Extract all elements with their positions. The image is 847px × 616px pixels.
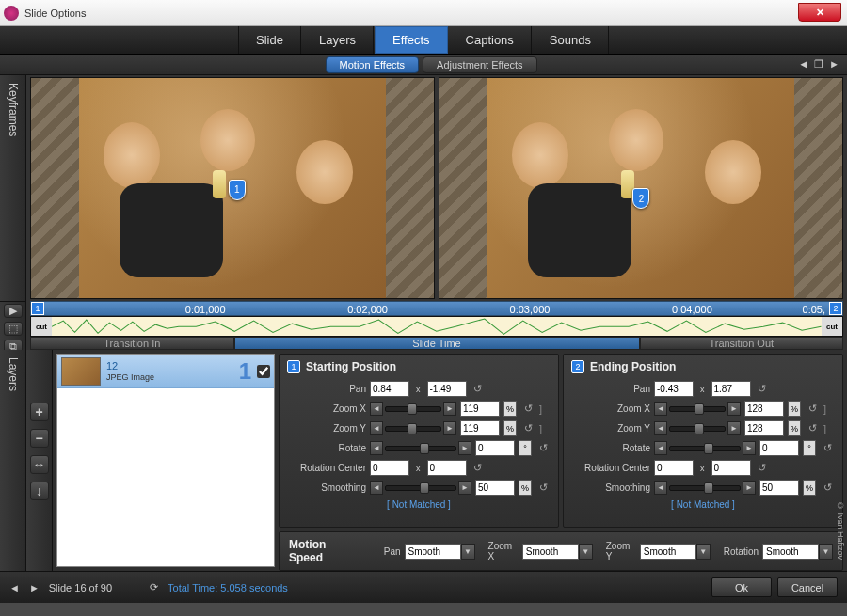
window-close-button[interactable]: ✕ — [798, 3, 841, 22]
layer-visible-checkbox[interactable] — [257, 365, 270, 378]
chevron-down-icon[interactable]: ▼ — [579, 544, 593, 560]
start-zoomy-input[interactable] — [460, 420, 500, 436]
timeline[interactable]: 1 0:01,000 0:02,000 0:03,000 0:04,000 0:… — [26, 301, 847, 350]
timeline-flag-end[interactable]: 2 — [829, 302, 842, 315]
play-icon[interactable]: ▶ — [4, 304, 23, 318]
timeline-ruler[interactable]: 1 0:01,000 0:02,000 0:03,000 0:04,000 0:… — [30, 301, 843, 316]
end-pan-y-input[interactable] — [711, 381, 751, 397]
end-smoothing-slider[interactable] — [669, 485, 741, 491]
end-rotate-slider[interactable] — [669, 446, 741, 451]
start-pan-x-input[interactable] — [370, 381, 409, 397]
start-rotate-slider[interactable] — [385, 446, 456, 451]
tab-sounds[interactable]: Sounds — [533, 26, 609, 54]
layer-row[interactable]: 12 JPEG Image 1 — [57, 355, 274, 388]
end-badge: 2 — [571, 360, 584, 373]
start-zoomy-slider[interactable] — [385, 426, 441, 432]
reset-icon[interactable]: ↺ — [535, 481, 551, 496]
subtab-adjustment-effects[interactable]: Adjustment Effects — [423, 56, 537, 73]
layer-index: 1 — [239, 358, 251, 385]
statusbar: ◄ ► Slide 16 of 90 ⟳ Total Time: 5.058 s… — [0, 571, 847, 603]
end-pan-x-input[interactable] — [654, 381, 694, 397]
start-title: Starting Position — [306, 360, 396, 373]
step-right-icon[interactable]: ► — [443, 402, 456, 416]
next-effect-icon[interactable]: ► — [829, 58, 839, 71]
preview-end[interactable]: 2 — [439, 77, 843, 299]
end-rotate-input[interactable] — [759, 440, 799, 456]
prev-slide-icon[interactable]: ◄ — [9, 582, 20, 593]
tab-effects[interactable]: Effects — [375, 26, 448, 54]
chevron-down-icon[interactable]: ▼ — [696, 544, 711, 560]
ms-zoomy-select[interactable] — [640, 544, 696, 560]
add-layer-icon[interactable]: + — [30, 403, 49, 421]
end-zoomx-slider[interactable] — [669, 406, 726, 412]
link-zoom-icon[interactable]: ] — [823, 403, 835, 415]
next-slide-icon[interactable]: ► — [29, 582, 40, 593]
end-rotcy-input[interactable] — [711, 460, 751, 476]
preview-start[interactable]: 1 — [30, 77, 435, 299]
reset-icon[interactable]: ↺ — [471, 382, 486, 397]
remove-layer-icon[interactable]: − — [30, 429, 49, 448]
keyframe-marker-2[interactable]: 2 — [632, 188, 649, 209]
end-smoothing-input[interactable] — [759, 480, 799, 496]
end-rotcx-input[interactable] — [654, 460, 694, 476]
reset-icon[interactable]: ↺ — [755, 461, 770, 476]
window-title: Slide Options — [24, 8, 86, 19]
start-rotcy-input[interactable] — [427, 460, 467, 476]
keyframes-side-label[interactable]: Keyframes — [0, 75, 26, 301]
reset-icon[interactable]: ↺ — [820, 481, 835, 496]
reset-icon[interactable]: ↺ — [820, 441, 835, 456]
ms-rotation-select[interactable] — [762, 544, 819, 560]
chevron-down-icon[interactable]: ▼ — [819, 544, 833, 560]
audio-waveform[interactable] — [52, 317, 822, 336]
ms-zoomx-select[interactable] — [522, 544, 579, 560]
reset-icon[interactable]: ↺ — [755, 382, 770, 397]
tab-layers[interactable]: Layers — [302, 26, 374, 54]
reset-icon[interactable]: ↺ — [805, 402, 820, 417]
add-keyframe-icon[interactable]: ⬚ — [4, 322, 23, 336]
reset-icon[interactable]: ↺ — [520, 421, 535, 436]
step-left-icon[interactable]: ◄ — [370, 402, 383, 416]
ok-button[interactable]: Ok — [711, 577, 772, 597]
watermark: © Ivan Hafizov — [836, 501, 845, 560]
start-not-matched-link[interactable]: [ Not Matched ] — [287, 499, 551, 510]
start-badge: 1 — [287, 360, 300, 373]
start-pan-y-input[interactable] — [427, 381, 467, 397]
start-smoothing-input[interactable] — [475, 480, 515, 496]
end-zoomy-slider[interactable] — [669, 426, 726, 432]
keyframe-marker-1[interactable]: 1 — [229, 180, 246, 200]
cut-out-button[interactable]: cut — [822, 317, 842, 336]
end-not-matched-link[interactable]: [ Not Matched ] — [571, 499, 835, 510]
timeline-flag-start[interactable]: 1 — [31, 302, 44, 315]
layers-side-label[interactable]: Layers — [0, 350, 26, 571]
motion-speed-panel: Motion Speed Pan ▼ Zoom X ▼ Zoom Y ▼ Rot… — [279, 531, 843, 571]
start-zoomx-slider[interactable] — [385, 406, 441, 412]
app-icon — [4, 6, 19, 21]
slide-position: Slide 16 of 90 — [49, 582, 112, 593]
start-zoomx-input[interactable] — [460, 401, 500, 417]
cancel-button[interactable]: Cancel — [777, 577, 838, 597]
copy-effect-icon[interactable]: ❐ — [814, 58, 823, 71]
reset-icon[interactable]: ↺ — [520, 402, 535, 417]
titlebar: Slide Options ✕ — [0, 0, 847, 26]
prev-effect-icon[interactable]: ◄ — [798, 58, 808, 71]
end-zoomx-input[interactable] — [744, 401, 784, 417]
cut-in-button[interactable]: cut — [31, 317, 52, 336]
chevron-down-icon[interactable]: ▼ — [461, 544, 475, 560]
main-tabs: Slide Layers Effects Captions Sounds — [0, 26, 847, 55]
reset-icon[interactable]: ↺ — [535, 441, 551, 456]
motion-speed-title: Motion Speed — [289, 538, 361, 564]
reset-icon[interactable]: ↺ — [805, 421, 820, 436]
reset-icon[interactable]: ↺ — [471, 461, 486, 476]
move-layer-down-icon[interactable]: ↓ — [30, 482, 49, 500]
tab-slide[interactable]: Slide — [238, 26, 301, 54]
move-layer-horiz-icon[interactable]: ↔ — [30, 455, 49, 474]
link-zoom-icon[interactable]: ] — [539, 403, 551, 415]
start-smoothing-slider[interactable] — [385, 485, 456, 491]
subtab-motion-effects[interactable]: Motion Effects — [326, 56, 420, 73]
start-rotcx-input[interactable] — [370, 460, 409, 476]
ms-pan-select[interactable] — [405, 544, 461, 560]
starting-position-panel: 1Starting Position Pan x ↺ Zoom X ◄► % ↺… — [279, 354, 559, 528]
start-rotate-input[interactable] — [475, 440, 515, 456]
tab-captions[interactable]: Captions — [449, 26, 532, 54]
end-zoomy-input[interactable] — [744, 420, 784, 436]
